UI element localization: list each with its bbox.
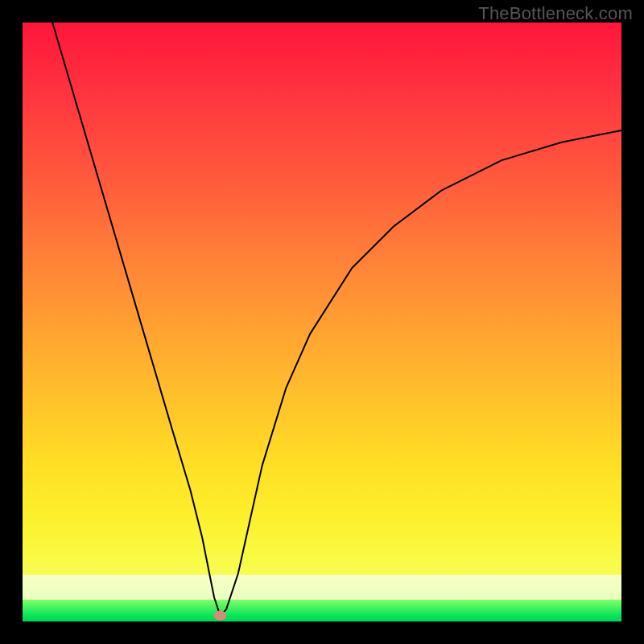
bottleneck-curve-svg: [23, 23, 621, 621]
plot-area: [23, 23, 621, 621]
chart-frame: TheBottleneck.com: [0, 0, 644, 644]
bottleneck-curve-path: [52, 23, 621, 616]
watermark-text: TheBottleneck.com: [478, 3, 633, 24]
optimum-marker: [214, 611, 227, 621]
